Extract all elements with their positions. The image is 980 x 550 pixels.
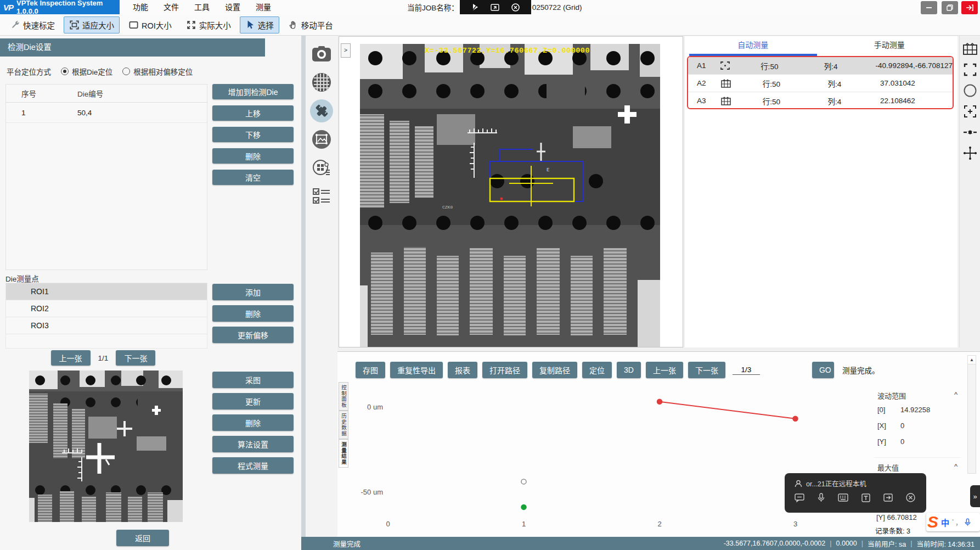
- tool-select[interactable]: 选择: [240, 16, 279, 33]
- measure-row-a1[interactable]: A1 行:50 列:4 -40.992894,-66.708127: [688, 57, 953, 75]
- open-path-button[interactable]: 打开路径: [482, 362, 527, 378]
- camera-icon[interactable]: [310, 42, 333, 65]
- main-toolbar: 快速标定 适应大小 ROI大小 实际大小 选择 移动平台: [0, 14, 980, 36]
- menu-settings[interactable]: 设置: [217, 0, 248, 14]
- measure-row-a3[interactable]: A3 行:50 列:4 22.108462: [688, 92, 953, 109]
- back-button[interactable]: 返回: [116, 530, 169, 546]
- tab-history-data[interactable]: 历史数据: [339, 411, 348, 439]
- mic-icon[interactable]: [818, 493, 825, 502]
- save-image-button[interactable]: 存图: [356, 362, 385, 378]
- tool-fit-size[interactable]: 适应大小: [64, 16, 120, 33]
- prev-image-button[interactable]: 上一张: [51, 350, 91, 366]
- collapse-chevron-icon[interactable]: ^: [954, 462, 958, 473]
- next-image-button[interactable]: 下一张: [116, 350, 155, 366]
- text-tool-icon[interactable]: [861, 493, 870, 502]
- list-item-roi3[interactable]: ROI3: [6, 317, 207, 334]
- wafer-map-icon[interactable]: [310, 71, 333, 94]
- exit-icon: [965, 4, 974, 12]
- tool-label: 快速标定: [23, 19, 55, 31]
- crosshair-tool-icon[interactable]: [962, 145, 978, 161]
- tool-move-stage[interactable]: 移动平台: [283, 16, 339, 33]
- measure-row-a2[interactable]: A2 行:50 列:4 37.031042: [688, 75, 953, 92]
- restore-button[interactable]: [942, 1, 958, 14]
- ime-mic-icon[interactable]: [965, 518, 971, 526]
- move-up-button[interactable]: 上移: [212, 105, 294, 121]
- roi-delete-button[interactable]: 删除: [212, 305, 294, 322]
- circle-tool-icon[interactable]: [962, 82, 978, 99]
- chat-icon[interactable]: [795, 493, 804, 502]
- clear-button[interactable]: 清空: [212, 170, 294, 185]
- menu-file[interactable]: 文件: [156, 0, 187, 14]
- minimize-button[interactable]: [921, 1, 937, 14]
- result-page-input[interactable]: [733, 365, 760, 375]
- svg-text:2: 2: [657, 520, 661, 528]
- resize-window-icon[interactable]: [491, 4, 499, 11]
- 3d-button[interactable]: 3D: [617, 362, 641, 378]
- menu-measure[interactable]: 测量: [248, 0, 279, 14]
- table-row[interactable]: 1 50,4: [6, 103, 207, 123]
- delete-die-button[interactable]: 删除: [212, 148, 294, 164]
- move-down-button[interactable]: 下移: [212, 127, 294, 142]
- file-transfer-icon[interactable]: [883, 493, 893, 502]
- wafer-result-list-icon[interactable]: [310, 156, 333, 179]
- add-to-inspect-die-button[interactable]: 增加到检测Die: [212, 84, 294, 99]
- roi-update-offset-button[interactable]: 更新偏移: [212, 327, 294, 343]
- die-thumbnail-image[interactable]: [29, 371, 183, 522]
- report-button[interactable]: 报表: [448, 362, 477, 378]
- roi-bracket-tool-icon[interactable]: [962, 61, 978, 78]
- collapse-chevron-icon[interactable]: ^: [954, 390, 958, 401]
- go-button[interactable]: GO: [812, 362, 834, 378]
- menu-tools[interactable]: 工具: [187, 0, 217, 14]
- wafer-image[interactable]: E CZK0 X=-33.567722,Y=16.760667,Z=0.0000…: [360, 44, 660, 347]
- keyboard-icon[interactable]: [838, 493, 848, 502]
- image-frame-icon[interactable]: [310, 128, 333, 151]
- fit-size-icon: [69, 20, 80, 30]
- roi-add-button[interactable]: 添加: [212, 284, 294, 300]
- measure-tool-icon[interactable]: [310, 99, 333, 122]
- fluctuation-scrollbar[interactable]: ▲: [967, 355, 976, 474]
- current-user-label: 当前用户: sa: [868, 538, 906, 549]
- next-result-button[interactable]: 下一张: [688, 362, 725, 378]
- delete-button[interactable]: 删除: [212, 414, 294, 431]
- job-name-label: 当前JOB名称：: [407, 2, 459, 13]
- input-method-bar[interactable]: S 中 ﾞ，: [926, 513, 980, 531]
- menu-function[interactable]: 功能: [125, 0, 156, 14]
- fluct-value: 0: [900, 437, 904, 446]
- update-button[interactable]: 更新: [212, 393, 294, 409]
- close-circle-icon[interactable]: [511, 3, 520, 12]
- ime-punctuation[interactable]: ﾞ，: [952, 518, 962, 527]
- profile-tool-icon[interactable]: [962, 41, 978, 57]
- scroll-up-icon[interactable]: ▲: [968, 356, 976, 364]
- focus-tool-icon[interactable]: [962, 103, 978, 120]
- list-item-roi1[interactable]: ROI1: [6, 283, 207, 300]
- close-session-icon[interactable]: [906, 493, 915, 502]
- tab-auto-measure[interactable]: 自动测量: [685, 36, 821, 56]
- algorithm-settings-button[interactable]: 算法设置: [212, 436, 294, 452]
- tool-quick-calibration[interactable]: 快速标定: [4, 16, 60, 33]
- exit-button[interactable]: [961, 1, 978, 14]
- tab-measure-result[interactable]: 测量结果: [339, 439, 348, 468]
- radio-offset-position[interactable]: 根据相对偏移定位: [122, 66, 193, 77]
- panel-header: 检测Die设置: [0, 38, 265, 57]
- checklist-icon[interactable]: [310, 185, 333, 208]
- popup-more-tab[interactable]: »: [970, 485, 980, 507]
- user-icon: [795, 480, 802, 487]
- tab-manual-measure[interactable]: 手动测量: [821, 36, 958, 56]
- prev-result-button[interactable]: 上一张: [646, 362, 683, 378]
- program-measure-button[interactable]: 程式测量: [212, 457, 294, 474]
- share-play-icon[interactable]: [471, 3, 479, 11]
- cell-index: 1: [6, 109, 77, 117]
- viewer-expand-button[interactable]: >: [341, 43, 351, 58]
- locate-button[interactable]: 定位: [582, 362, 612, 378]
- tool-roi-size[interactable]: ROI大小: [123, 16, 177, 33]
- tab-control-panel[interactable]: 控制面板: [339, 382, 348, 411]
- list-item-roi2[interactable]: ROI2: [6, 300, 207, 317]
- copy-path-button[interactable]: 复制路径: [532, 362, 577, 378]
- remote-session-popup: or...21正在远程本机: [785, 473, 926, 513]
- capture-image-button[interactable]: 采图: [212, 372, 294, 388]
- radio-die-position[interactable]: 根据Die定位: [61, 66, 112, 77]
- ime-chinese-mode[interactable]: 中: [941, 517, 949, 528]
- line-point-tool-icon[interactable]: [962, 124, 978, 141]
- repeat-export-button[interactable]: 重复性导出: [390, 362, 443, 378]
- tool-actual-size[interactable]: 实际大小: [181, 16, 236, 33]
